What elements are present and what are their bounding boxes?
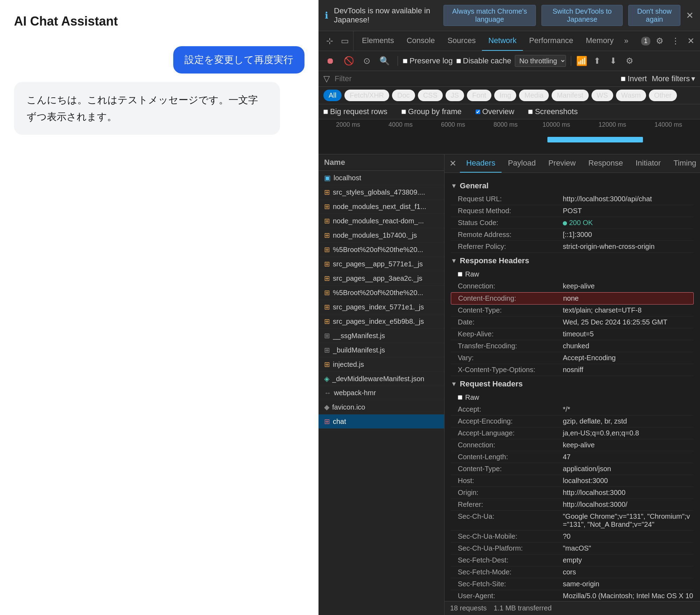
detail-row: Connection: keep-alive (451, 280, 694, 292)
tab-network[interactable]: Network (482, 31, 523, 51)
always-match-btn[interactable]: Always match Chrome's language (443, 5, 536, 26)
raw-checkbox-input[interactable] (458, 272, 462, 277)
name-column-header: Name (324, 158, 345, 167)
raw-request-checkbox-input[interactable] (458, 395, 462, 400)
close-devtools-icon[interactable]: ✕ (685, 35, 696, 47)
big-request-rows-label[interactable]: Big request rows (323, 107, 387, 116)
devtools-cursor-icon[interactable]: ⊹ (324, 35, 335, 47)
screenshots-checkbox[interactable] (528, 110, 533, 114)
list-item-chat[interactable]: ⊞ chat (318, 414, 444, 429)
detail-value: ?0 (563, 532, 570, 540)
detail-value: "Google Chrome";v="131", "Chromium";v="1… (563, 512, 694, 529)
list-item[interactable]: ⊞ %5Broot%20of%20the%20... (318, 243, 444, 257)
throttle-select[interactable]: No throttling (515, 55, 566, 67)
details-close-btn[interactable]: ✕ (449, 159, 456, 168)
list-item[interactable]: ◈ _devMiddlewareManifest.json (318, 372, 444, 386)
preserve-log-checkbox[interactable] (403, 59, 407, 63)
file-name: src_pages_index_e5b9b8._js (333, 317, 424, 326)
type-btn-font[interactable]: Font (467, 90, 491, 101)
file-name: node_modules_1b7400._js (333, 231, 417, 239)
overview-checkbox[interactable] (476, 110, 480, 114)
type-btn-wasm[interactable]: Wasm (616, 90, 646, 101)
type-btn-ws[interactable]: WS (592, 90, 613, 101)
list-item[interactable]: ↔ webpack-hmr (318, 386, 444, 400)
detail-tab-initiator[interactable]: Initiator (629, 154, 667, 173)
detail-label: Date: (458, 318, 563, 326)
tab-memory[interactable]: Memory (580, 31, 620, 51)
detail-tab-headers[interactable]: Headers (460, 154, 502, 173)
tab-elements[interactable]: Elements (356, 31, 400, 51)
detail-label: Sec-Ch-Ua-Mobile: (458, 532, 563, 540)
import-icon[interactable]: ⬇ (607, 55, 620, 67)
detail-label: Request URL: (458, 195, 563, 203)
detail-label: Content-Length: (458, 453, 563, 461)
detail-tab-response[interactable]: Response (582, 154, 629, 173)
detail-value: application/json (563, 465, 611, 473)
list-item[interactable]: ⊞ node_modules_next_dist_f1... (318, 200, 444, 214)
detail-tab-timing[interactable]: Timing (667, 154, 700, 173)
preserve-log-label[interactable]: Preserve log (403, 56, 453, 65)
list-item[interactable]: ▣ localhost (318, 171, 444, 185)
type-btn-all[interactable]: All (323, 90, 342, 101)
type-btn-other[interactable]: Other (649, 90, 677, 101)
search-btn[interactable]: 🔍 (377, 55, 393, 67)
filter-input[interactable] (335, 74, 616, 83)
type-btn-fetch[interactable]: Fetch/XHR (344, 90, 389, 101)
switch-devtools-btn[interactable]: Switch DevTools to Japanese (541, 5, 623, 26)
type-btn-media[interactable]: Media (519, 90, 548, 101)
overview-label[interactable]: Overview (476, 107, 514, 116)
detail-row: Host: localhost:3000 (451, 475, 694, 487)
file-name: src_pages__app_3aea2c._js (333, 274, 422, 282)
timeline-bar-area (318, 130, 700, 154)
detail-tab-payload[interactable]: Payload (502, 154, 542, 173)
detail-row: Origin: http://localhost:3000 (451, 487, 694, 499)
filter-icon[interactable]: ⊙ (360, 55, 373, 67)
list-item[interactable]: ⊞ %5Broot%20of%20the%20... (318, 286, 444, 300)
type-btn-manifest[interactable]: Manifest (552, 90, 589, 101)
dont-show-again-btn[interactable]: Don't show again (628, 5, 680, 26)
screenshots-label[interactable]: Screenshots (528, 107, 578, 116)
list-item[interactable]: ⊞ src_pages__app_3aea2c._js (318, 271, 444, 286)
list-item[interactable]: ⊞ node_modules_react-dom_... (318, 214, 444, 228)
devtools-device-icon[interactable]: ▭ (339, 35, 351, 47)
invert-checkbox[interactable] (621, 77, 625, 81)
group-by-frame-checkbox[interactable] (401, 110, 406, 114)
export-icon[interactable]: ⬆ (591, 55, 603, 67)
group-by-frame-label[interactable]: Group by frame (401, 107, 462, 116)
list-item[interactable]: ◆ favicon.ico (318, 400, 444, 414)
tab-console[interactable]: Console (400, 31, 441, 51)
type-btn-js[interactable]: JS (446, 90, 464, 101)
detail-tab-preview[interactable]: Preview (542, 154, 582, 173)
list-item[interactable]: ⊞ node_modules_1b7400._js (318, 228, 444, 243)
detail-row: Connection: keep-alive (451, 439, 694, 451)
info-bar-close[interactable]: ✕ (686, 10, 694, 21)
detail-row: Keep-Alive: timeout=5 (451, 328, 694, 340)
list-item[interactable]: ⊞ src_pages_index_5771e1._js (318, 300, 444, 314)
list-item[interactable]: ⊞ src_pages_index_e5b9b8._js (318, 314, 444, 329)
clear-btn[interactable]: 🚫 (341, 55, 357, 67)
tab-more[interactable]: » (620, 33, 632, 49)
type-btn-css[interactable]: CSS (418, 90, 443, 101)
list-item[interactable]: ⊞ src_styles_globals_473809.... (318, 185, 444, 200)
invert-label[interactable]: Invert (621, 74, 647, 83)
detail-value: same-origin (563, 580, 599, 588)
type-btn-doc[interactable]: Doc (392, 90, 415, 101)
type-btn-img[interactable]: Img (494, 90, 516, 101)
more-options-icon[interactable]: ⋮ (669, 35, 682, 47)
big-request-rows-checkbox[interactable] (323, 110, 328, 114)
detail-row: Status Code: 200 OK (451, 217, 694, 229)
settings-icon[interactable]: ⚙ (654, 35, 666, 47)
record-btn[interactable]: ⏺ (323, 55, 337, 67)
settings-network-icon[interactable]: ⚙ (623, 55, 636, 67)
tab-performance[interactable]: Performance (523, 31, 580, 51)
tab-sources[interactable]: Sources (441, 31, 482, 51)
list-item[interactable]: ⊞ src_pages__app_5771e1._js (318, 257, 444, 271)
list-item[interactable]: ⊞ _buildManifest.js (318, 343, 444, 357)
disable-cache-checkbox[interactable] (456, 59, 461, 63)
type-filter: All Fetch/XHR Doc CSS JS Font Img Media … (318, 87, 700, 104)
disable-cache-label[interactable]: Disable cache (456, 56, 511, 65)
more-filters-btn[interactable]: More filters ▾ (652, 74, 695, 83)
detail-row: Date: Wed, 25 Dec 2024 16:25:55 GMT (451, 316, 694, 328)
list-item[interactable]: ⊞ __ssgManifest.js (318, 329, 444, 343)
list-item[interactable]: ⊞ injected.js (318, 357, 444, 372)
